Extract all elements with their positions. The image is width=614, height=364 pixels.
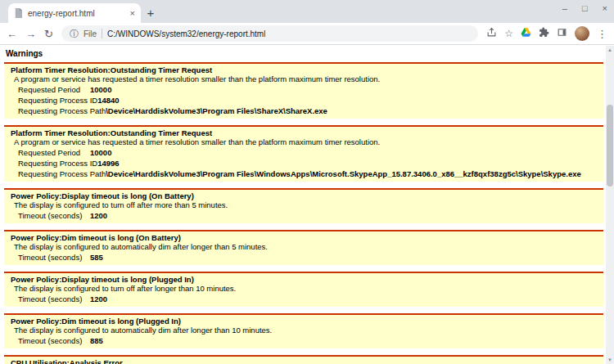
warning-title: Platform Timer Resolution:Outstanding Ti… — [11, 128, 597, 137]
warning-field: Timeout (seconds) 1200 — [11, 294, 597, 303]
warning-field: Requesting Process Path \Device\Harddisk… — [11, 169, 597, 178]
url-path: C:/WINDOWS/system32/energy-report.html — [107, 29, 265, 38]
close-button[interactable]: × — [603, 4, 607, 13]
warning-field: Requesting Process ID 14996 — [11, 159, 597, 168]
maximize-button[interactable]: □ — [582, 4, 588, 13]
warning-description: The display is configured to automatical… — [11, 242, 597, 251]
warning-field: Timeout (seconds) 1200 — [11, 211, 597, 220]
browser-toolbar: ← → ↻ ⓘ File C:/WINDOWS/system32/energy-… — [0, 23, 614, 45]
warning-box-timer-sharex: Platform Timer Resolution:Outstanding Ti… — [4, 62, 603, 119]
scroll-up-icon[interactable]: ▲ — [606, 46, 614, 54]
warning-field: Requesting Process Path \Device\Harddisk… — [11, 106, 597, 115]
toolbar-actions: ☆ ⋮ — [486, 26, 607, 41]
warning-box-dim-timeout-battery: Power Policy:Dim timeout is long (On Bat… — [4, 230, 603, 265]
warning-title: Power Policy:Dim timeout is long (Plugge… — [11, 317, 597, 326]
reload-button[interactable]: ↻ — [44, 29, 53, 39]
url-scheme-label: File — [84, 29, 97, 38]
warning-box-display-timeout-pluggedin: Power Policy:Display timeout is long (Pl… — [4, 272, 603, 307]
tab-title: energy-report.html — [28, 9, 125, 18]
warning-description: The display is configured to turn off af… — [11, 284, 597, 293]
warning-field: Requested Period 10000 — [11, 85, 597, 94]
warning-description: The display is configured to turn off af… — [11, 200, 597, 209]
warning-description: A program or service has requested a tim… — [11, 137, 597, 146]
vertical-scrollbar[interactable]: ▲ ▼ — [606, 46, 614, 364]
window-controls: – □ × — [562, 4, 607, 13]
warnings-section-title: Warnings — [6, 49, 603, 58]
url-separator — [102, 29, 102, 38]
warning-box-timer-skype: Platform Timer Resolution:Outstanding Ti… — [4, 125, 603, 182]
warning-title: Power Policy:Display timeout is long (On… — [11, 191, 597, 200]
warning-title: CPU Utilisation:Analysis Error — [11, 358, 597, 364]
warning-field: Requesting Process ID 14840 — [11, 96, 597, 105]
tab-strip: energy-report.html × + – □ × — [0, 0, 614, 23]
tab-close-icon[interactable]: × — [130, 8, 135, 18]
warning-box-display-timeout-battery: Power Policy:Display timeout is long (On… — [4, 188, 603, 223]
warning-description: The display is configured to automatical… — [11, 326, 597, 335]
warning-field: Requested Period 10000 — [11, 148, 597, 157]
browser-window: energy-report.html × + – □ × ← → ↻ ⓘ Fil… — [0, 0, 614, 364]
extensions-puzzle-icon[interactable] — [539, 26, 549, 41]
page-favicon-icon — [14, 8, 23, 18]
minimize-button[interactable]: – — [562, 4, 567, 13]
warning-box-cpu-analysis-error: CPU Utilisation:Analysis Error Analysis … — [4, 355, 603, 364]
browser-tab[interactable]: energy-report.html × — [8, 3, 141, 23]
scroll-down-icon[interactable]: ▼ — [606, 356, 614, 364]
new-tab-button[interactable]: + — [141, 2, 160, 22]
warning-title: Power Policy:Dim timeout is long (On Bat… — [11, 233, 597, 242]
page-content: Warnings Platform Timer Resolution:Outst… — [0, 46, 606, 364]
forward-button[interactable]: → — [25, 29, 36, 39]
warning-title: Power Policy:Display timeout is long (Pl… — [11, 275, 597, 284]
browser-menu-icon[interactable]: ⋮ — [597, 28, 607, 40]
warning-field: Timeout (seconds) 585 — [11, 253, 597, 262]
address-bar[interactable]: ⓘ File C:/WINDOWS/system32/energy-report… — [61, 25, 478, 42]
share-icon[interactable] — [486, 26, 497, 41]
warning-field: Timeout (seconds) 885 — [11, 336, 597, 345]
site-info-icon[interactable]: ⓘ — [70, 28, 79, 40]
warning-box-dim-timeout-pluggedin: Power Policy:Dim timeout is long (Plugge… — [4, 313, 603, 348]
scrollbar-thumb[interactable] — [607, 105, 613, 186]
bookmark-star-icon[interactable]: ☆ — [504, 29, 513, 38]
side-panel-icon[interactable] — [557, 26, 567, 41]
drive-extension-icon[interactable] — [521, 26, 531, 41]
warning-description: A program or service has requested a tim… — [11, 74, 597, 83]
profile-avatar[interactable] — [575, 26, 589, 41]
back-button[interactable]: ← — [7, 29, 17, 39]
warning-title: Platform Timer Resolution:Outstanding Ti… — [11, 65, 597, 74]
